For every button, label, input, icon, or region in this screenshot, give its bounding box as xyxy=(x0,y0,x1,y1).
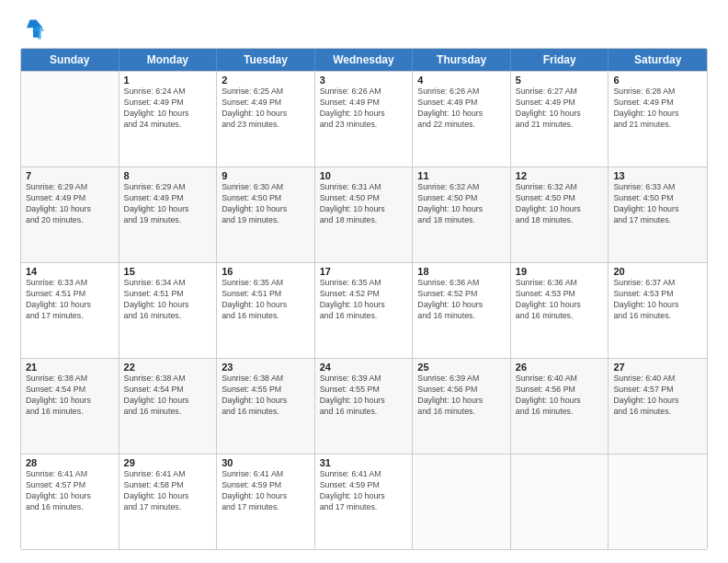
calendar-header-monday: Monday xyxy=(119,49,218,71)
calendar-body: 1Sunrise: 6:24 AM Sunset: 4:49 PM Daylig… xyxy=(21,71,707,549)
day-info: Sunrise: 6:35 AM Sunset: 4:51 PM Dayligh… xyxy=(222,278,310,322)
day-info: Sunrise: 6:31 AM Sunset: 4:50 PM Dayligh… xyxy=(320,182,408,226)
page: SundayMondayTuesdayWednesdayThursdayFrid… xyxy=(0,0,728,563)
day-number: 29 xyxy=(124,457,212,468)
day-info: Sunrise: 6:39 AM Sunset: 4:55 PM Dayligh… xyxy=(320,373,408,418)
day-info: Sunrise: 6:40 AM Sunset: 4:57 PM Dayligh… xyxy=(613,373,702,418)
day-number: 22 xyxy=(124,362,212,373)
calendar-header-sunday: Sunday xyxy=(21,49,119,71)
calendar-cell xyxy=(413,454,511,549)
calendar-header-wednesday: Wednesday xyxy=(315,49,414,71)
day-number: 18 xyxy=(417,266,506,277)
logo xyxy=(20,17,50,42)
day-number: 26 xyxy=(516,362,604,373)
calendar-cell: 13Sunrise: 6:33 AM Sunset: 4:50 PM Dayli… xyxy=(609,167,707,262)
day-info: Sunrise: 6:33 AM Sunset: 4:51 PM Dayligh… xyxy=(26,278,114,322)
day-number: 10 xyxy=(320,170,408,181)
calendar-cell: 25Sunrise: 6:39 AM Sunset: 4:56 PM Dayli… xyxy=(413,359,511,454)
calendar-header-saturday: Saturday xyxy=(609,49,707,71)
calendar-cell: 20Sunrise: 6:37 AM Sunset: 4:53 PM Dayli… xyxy=(609,263,707,358)
calendar-row-1: 1Sunrise: 6:24 AM Sunset: 4:49 PM Daylig… xyxy=(21,71,707,167)
calendar-header-row: SundayMondayTuesdayWednesdayThursdayFrid… xyxy=(21,49,707,71)
calendar-cell: 12Sunrise: 6:32 AM Sunset: 4:50 PM Dayli… xyxy=(511,167,609,262)
calendar-cell: 18Sunrise: 6:36 AM Sunset: 4:52 PM Dayli… xyxy=(413,263,511,358)
day-number: 9 xyxy=(222,170,310,181)
day-info: Sunrise: 6:38 AM Sunset: 4:54 PM Dayligh… xyxy=(124,373,212,418)
calendar-row-3: 14Sunrise: 6:33 AM Sunset: 4:51 PM Dayli… xyxy=(21,262,707,358)
day-info: Sunrise: 6:36 AM Sunset: 4:52 PM Dayligh… xyxy=(417,278,506,322)
calendar-cell: 26Sunrise: 6:40 AM Sunset: 4:56 PM Dayli… xyxy=(511,359,609,454)
day-number: 12 xyxy=(516,170,604,181)
day-info: Sunrise: 6:25 AM Sunset: 4:49 PM Dayligh… xyxy=(222,86,310,131)
day-number: 17 xyxy=(320,266,408,277)
day-info: Sunrise: 6:29 AM Sunset: 4:49 PM Dayligh… xyxy=(26,182,114,226)
day-info: Sunrise: 6:35 AM Sunset: 4:52 PM Dayligh… xyxy=(320,278,408,322)
calendar-cell: 8Sunrise: 6:29 AM Sunset: 4:49 PM Daylig… xyxy=(119,167,218,262)
header xyxy=(20,17,708,42)
calendar-cell: 28Sunrise: 6:41 AM Sunset: 4:57 PM Dayli… xyxy=(21,454,119,549)
calendar-cell: 3Sunrise: 6:26 AM Sunset: 4:49 PM Daylig… xyxy=(315,72,414,167)
day-info: Sunrise: 6:41 AM Sunset: 4:58 PM Dayligh… xyxy=(124,469,212,513)
day-number: 30 xyxy=(222,457,310,468)
day-number: 28 xyxy=(26,457,114,468)
day-number: 15 xyxy=(124,266,212,277)
day-info: Sunrise: 6:26 AM Sunset: 4:49 PM Dayligh… xyxy=(320,86,408,131)
calendar-cell: 31Sunrise: 6:41 AM Sunset: 4:59 PM Dayli… xyxy=(315,454,414,549)
day-number: 20 xyxy=(613,266,702,277)
calendar-cell: 27Sunrise: 6:40 AM Sunset: 4:57 PM Dayli… xyxy=(609,359,707,454)
day-info: Sunrise: 6:29 AM Sunset: 4:49 PM Dayligh… xyxy=(124,182,212,226)
calendar-cell: 16Sunrise: 6:35 AM Sunset: 4:51 PM Dayli… xyxy=(217,263,315,358)
calendar-cell: 1Sunrise: 6:24 AM Sunset: 4:49 PM Daylig… xyxy=(119,72,218,167)
calendar-cell: 9Sunrise: 6:30 AM Sunset: 4:50 PM Daylig… xyxy=(217,167,315,262)
day-number: 31 xyxy=(320,457,408,468)
calendar-row-4: 21Sunrise: 6:38 AM Sunset: 4:54 PM Dayli… xyxy=(21,358,707,454)
day-number: 25 xyxy=(417,362,506,373)
day-info: Sunrise: 6:30 AM Sunset: 4:50 PM Dayligh… xyxy=(222,182,310,226)
day-info: Sunrise: 6:24 AM Sunset: 4:49 PM Dayligh… xyxy=(124,86,212,131)
calendar-cell: 2Sunrise: 6:25 AM Sunset: 4:49 PM Daylig… xyxy=(217,72,315,167)
calendar-cell xyxy=(609,454,707,549)
day-number: 14 xyxy=(26,266,114,277)
day-number: 6 xyxy=(613,75,702,86)
calendar-header-tuesday: Tuesday xyxy=(217,49,315,71)
day-info: Sunrise: 6:36 AM Sunset: 4:53 PM Dayligh… xyxy=(516,278,604,322)
day-info: Sunrise: 6:40 AM Sunset: 4:56 PM Dayligh… xyxy=(516,373,604,418)
day-info: Sunrise: 6:26 AM Sunset: 4:49 PM Dayligh… xyxy=(417,86,506,131)
day-number: 7 xyxy=(26,170,114,181)
day-info: Sunrise: 6:41 AM Sunset: 4:59 PM Dayligh… xyxy=(320,469,408,513)
calendar-header-thursday: Thursday xyxy=(413,49,511,71)
day-info: Sunrise: 6:32 AM Sunset: 4:50 PM Dayligh… xyxy=(516,182,604,226)
calendar-cell xyxy=(511,454,609,549)
day-number: 2 xyxy=(222,75,310,86)
calendar-cell: 10Sunrise: 6:31 AM Sunset: 4:50 PM Dayli… xyxy=(315,167,414,262)
calendar-cell: 19Sunrise: 6:36 AM Sunset: 4:53 PM Dayli… xyxy=(511,263,609,358)
day-info: Sunrise: 6:38 AM Sunset: 4:54 PM Dayligh… xyxy=(26,373,114,418)
day-number: 1 xyxy=(124,75,212,86)
day-info: Sunrise: 6:34 AM Sunset: 4:51 PM Dayligh… xyxy=(124,278,212,322)
calendar-cell: 30Sunrise: 6:41 AM Sunset: 4:59 PM Dayli… xyxy=(217,454,315,549)
calendar-cell: 4Sunrise: 6:26 AM Sunset: 4:49 PM Daylig… xyxy=(413,72,511,167)
day-number: 24 xyxy=(320,362,408,373)
day-info: Sunrise: 6:41 AM Sunset: 4:57 PM Dayligh… xyxy=(26,469,114,513)
calendar-cell: 17Sunrise: 6:35 AM Sunset: 4:52 PM Dayli… xyxy=(315,263,414,358)
logo-icon xyxy=(20,17,46,42)
day-number: 16 xyxy=(222,266,310,277)
calendar-cell: 23Sunrise: 6:38 AM Sunset: 4:55 PM Dayli… xyxy=(217,359,315,454)
calendar-row-5: 28Sunrise: 6:41 AM Sunset: 4:57 PM Dayli… xyxy=(21,454,707,549)
calendar-cell: 15Sunrise: 6:34 AM Sunset: 4:51 PM Dayli… xyxy=(119,263,218,358)
calendar-cell xyxy=(21,72,119,167)
day-number: 4 xyxy=(417,75,506,86)
calendar-cell: 21Sunrise: 6:38 AM Sunset: 4:54 PM Dayli… xyxy=(21,359,119,454)
calendar-cell: 5Sunrise: 6:27 AM Sunset: 4:49 PM Daylig… xyxy=(511,72,609,167)
day-number: 21 xyxy=(26,362,114,373)
day-number: 8 xyxy=(124,170,212,181)
calendar: SundayMondayTuesdayWednesdayThursdayFrid… xyxy=(20,48,708,550)
day-number: 5 xyxy=(516,75,604,86)
day-info: Sunrise: 6:38 AM Sunset: 4:55 PM Dayligh… xyxy=(222,373,310,418)
day-number: 19 xyxy=(516,266,604,277)
calendar-cell: 24Sunrise: 6:39 AM Sunset: 4:55 PM Dayli… xyxy=(315,359,414,454)
calendar-cell: 11Sunrise: 6:32 AM Sunset: 4:50 PM Dayli… xyxy=(413,167,511,262)
calendar-cell: 29Sunrise: 6:41 AM Sunset: 4:58 PM Dayli… xyxy=(119,454,218,549)
day-info: Sunrise: 6:27 AM Sunset: 4:49 PM Dayligh… xyxy=(516,86,604,131)
day-info: Sunrise: 6:39 AM Sunset: 4:56 PM Dayligh… xyxy=(417,373,506,418)
